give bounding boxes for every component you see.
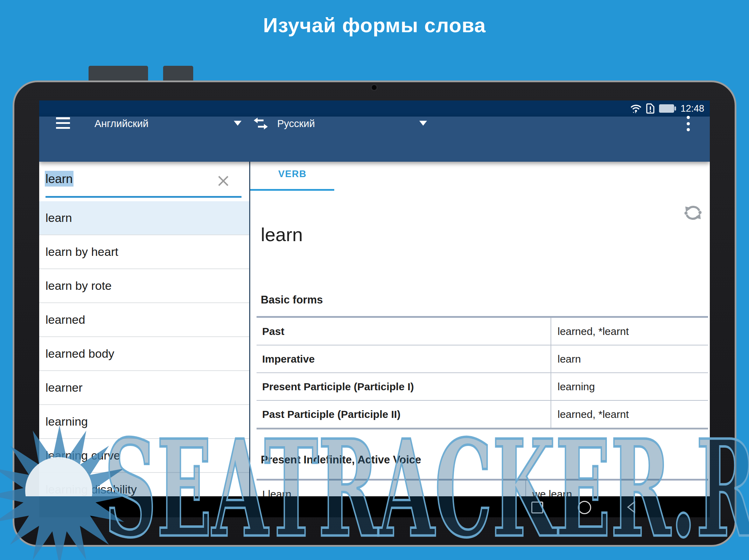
table-row: Past Participle (Participle II) learned,… bbox=[257, 401, 708, 428]
panel-divider bbox=[249, 162, 250, 496]
tab-underline bbox=[250, 189, 334, 191]
refresh-icon[interactable] bbox=[682, 202, 704, 224]
list-item-label: learner bbox=[46, 381, 83, 394]
suggestion-list: learn learn by heart learn by rote learn… bbox=[39, 201, 249, 507]
clock: 12:48 bbox=[680, 103, 704, 114]
list-item-label: learning disability bbox=[46, 483, 137, 496]
list-item-label: learning bbox=[46, 415, 88, 428]
tablet-camera bbox=[372, 85, 377, 90]
list-item-label: learning curve bbox=[46, 449, 120, 462]
form-value: learned, *learnt bbox=[551, 318, 708, 345]
section-title: Present Indefinite, Active Voice bbox=[261, 454, 421, 466]
form-name: Present Participle (Participle I) bbox=[257, 373, 551, 400]
list-item[interactable]: learn by rote bbox=[39, 269, 249, 303]
basic-forms-table: Past learned, *learnt Imperative learn P… bbox=[257, 316, 708, 429]
app-screen: 12:48 Английский Русский learn learn lea… bbox=[39, 100, 710, 517]
overflow-menu-icon[interactable] bbox=[686, 116, 690, 131]
headword: learn bbox=[261, 224, 303, 245]
list-item[interactable]: learning bbox=[39, 405, 249, 439]
list-item[interactable]: learn by heart bbox=[39, 235, 249, 269]
form-value: learning bbox=[551, 373, 708, 400]
list-item-label: learn bbox=[46, 211, 72, 225]
list-item[interactable]: learned body bbox=[39, 337, 249, 371]
table-row: Past learned, *learnt bbox=[257, 318, 708, 345]
form-name: Imperative bbox=[257, 345, 551, 372]
menu-icon[interactable] bbox=[56, 117, 70, 129]
battery-icon bbox=[659, 104, 676, 113]
list-item[interactable]: learn bbox=[39, 201, 249, 235]
table-row: Imperative learn bbox=[257, 345, 708, 373]
table-row: Present Participle (Participle I) learni… bbox=[257, 373, 708, 401]
recents-button[interactable] bbox=[531, 502, 543, 513]
search-underline bbox=[46, 196, 241, 198]
android-nav-bar bbox=[39, 496, 710, 517]
list-item[interactable]: learning curve bbox=[39, 439, 249, 473]
section-title: Basic forms bbox=[261, 294, 323, 306]
form-value: learned, *learnt bbox=[551, 401, 708, 428]
list-item-label: learned body bbox=[46, 347, 114, 360]
status-bar: 12:48 bbox=[39, 100, 710, 117]
form-name: Past bbox=[257, 318, 551, 345]
back-button[interactable] bbox=[626, 501, 636, 513]
list-item-label: learn by rote bbox=[46, 279, 112, 293]
form-value: learn bbox=[551, 345, 708, 372]
search-input-value: learn bbox=[45, 171, 74, 187]
home-button[interactable] bbox=[578, 501, 591, 514]
target-language-selector[interactable]: Русский bbox=[277, 118, 315, 130]
list-item[interactable]: learner bbox=[39, 371, 249, 405]
list-item-label: learn by heart bbox=[46, 245, 118, 259]
list-item[interactable]: learned bbox=[39, 303, 249, 337]
tab-verb[interactable]: VERB bbox=[278, 169, 307, 180]
form-name: Past Participle (Participle II) bbox=[257, 401, 551, 428]
sim-alert-icon bbox=[646, 103, 654, 114]
page-title: Изучай формы слова bbox=[0, 13, 749, 37]
wifi-icon bbox=[630, 104, 642, 113]
list-item-label: learned bbox=[46, 313, 85, 327]
chevron-down-icon[interactable] bbox=[234, 121, 241, 126]
clear-search-icon[interactable] bbox=[217, 175, 230, 187]
swap-arrows-icon[interactable] bbox=[252, 116, 270, 131]
chevron-down-icon[interactable] bbox=[419, 121, 427, 126]
search-input[interactable]: learn bbox=[45, 172, 74, 186]
source-language-selector[interactable]: Английский bbox=[94, 118, 148, 130]
